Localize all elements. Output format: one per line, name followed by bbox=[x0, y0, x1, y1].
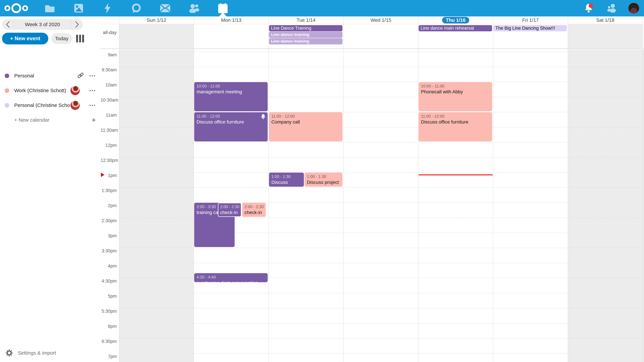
calendar-color-dot[interactable] bbox=[5, 73, 9, 78]
time-axis-label: 1:30pm bbox=[100, 188, 117, 193]
slot-line bbox=[119, 172, 643, 173]
slot-line bbox=[119, 187, 643, 188]
settings-import-button[interactable]: Settings & import bbox=[0, 348, 100, 358]
day-header-sat: Sat 1/18 bbox=[568, 16, 643, 24]
time-axis-label: 4pm bbox=[100, 264, 117, 269]
time-axis-label: 10am bbox=[100, 82, 117, 88]
event-block[interactable]: 11:00 - 12:00Discuss office furniture bbox=[418, 112, 492, 141]
files-icon[interactable] bbox=[40, 0, 59, 16]
time-axis-label: 7pm bbox=[100, 354, 117, 359]
slot-line bbox=[119, 248, 643, 248]
new-calendar-button[interactable]: + New calendar + bbox=[0, 113, 100, 127]
scrollbar-thumb[interactable] bbox=[643, 16, 644, 49]
app-icons bbox=[40, 0, 232, 16]
time-axis-label: 2:30pm bbox=[100, 218, 117, 223]
slot-line bbox=[119, 52, 643, 52]
event-time: 2:00 - 2:30 bbox=[220, 204, 239, 210]
event-time: 11:00 - 12:00 bbox=[421, 114, 490, 119]
gear-icon bbox=[5, 349, 13, 357]
day-header-fri: Fri 1/17 bbox=[493, 16, 568, 24]
event-block[interactable]: 2:00 - 2:30check-in bbox=[242, 203, 266, 217]
previous-week-button[interactable] bbox=[2, 19, 14, 30]
plus-icon: + bbox=[84, 116, 96, 124]
allday-event[interactable]: Line dance training bbox=[269, 38, 342, 44]
time-axis-label: 9:30am bbox=[100, 67, 117, 72]
event-title: Discuss office furniture bbox=[196, 119, 265, 125]
event-block[interactable]: 2:00 - 2:30check-in bbox=[218, 203, 242, 217]
calendar-color-dot[interactable] bbox=[5, 88, 9, 93]
time-axis-label: 9am bbox=[100, 52, 117, 57]
allday-event[interactable]: Line Dance Training bbox=[269, 25, 342, 31]
share-link-icon[interactable] bbox=[77, 72, 84, 80]
allday-event[interactable]: Line dance main rehearsal bbox=[418, 25, 492, 31]
time-grid[interactable]: 9am9:30am10am10:30am11am11:30am12pm12:30… bbox=[100, 49, 643, 362]
day-header-mon: Mon 1/13 bbox=[194, 16, 269, 24]
calendar-item-personal-christine[interactable]: Personal (Christine Scho… ••• bbox=[0, 98, 100, 113]
calendar-menu-button[interactable]: ••• bbox=[84, 103, 96, 108]
event-block[interactable]: 11:00 - 12:00Discuss office furniture bbox=[194, 112, 268, 141]
user-avatar[interactable] bbox=[628, 3, 639, 14]
event-block[interactable]: 1:00 - 1:30Discuss project announcement bbox=[304, 173, 342, 187]
day-header-thu: Thu 1/16 bbox=[418, 16, 493, 24]
time-axis-label: 12pm bbox=[100, 143, 117, 148]
event-block[interactable]: 10:00 - 11:00Phonecall with Abby bbox=[418, 82, 492, 111]
calendar-item-personal[interactable]: Personal ••• bbox=[0, 68, 100, 83]
time-axis-label: 6:30pm bbox=[100, 339, 117, 344]
event-title: Discuss project announcement bbox=[271, 179, 302, 187]
calendar-item-work-christine[interactable]: Work (Christine Schott) ••• bbox=[0, 83, 100, 98]
federation-contacts-icon[interactable] bbox=[605, 1, 618, 15]
day-header-row: Sun 1/12Mon 1/13Tue 1/14Wed 1/15Thu 1/16… bbox=[100, 16, 643, 24]
event-time: 11:00 - 12:00 bbox=[196, 114, 265, 119]
allday-event[interactable]: Line dance training bbox=[269, 32, 342, 38]
calendar-menu-button[interactable]: ••• bbox=[84, 73, 96, 78]
sidebar: Week 3 of 2020 + New event Today Persona… bbox=[0, 16, 100, 362]
today-header-pill: Thu 1/16 bbox=[442, 17, 469, 23]
view-mode-toggle-icon[interactable] bbox=[76, 35, 84, 42]
nextcloud-logo-icon[interactable] bbox=[2, 0, 30, 16]
contacts-icon[interactable] bbox=[185, 0, 203, 16]
time-axis-label: 12:30pm bbox=[100, 158, 117, 163]
calendar-icon[interactable] bbox=[214, 0, 232, 16]
calendar-week-view: Sun 1/12Mon 1/13Tue 1/14Wed 1/15Thu 1/16… bbox=[100, 16, 643, 362]
event-title: Company call bbox=[271, 119, 340, 125]
weekend-shading bbox=[119, 24, 194, 48]
calendar-menu-button[interactable]: ••• bbox=[84, 88, 96, 93]
active-app-indicator bbox=[219, 12, 226, 16]
slot-line bbox=[119, 263, 643, 263]
next-week-button[interactable] bbox=[71, 19, 83, 30]
week-navigator: Week 3 of 2020 bbox=[2, 19, 83, 30]
new-event-button[interactable]: + New event bbox=[2, 33, 48, 44]
time-axis-label: 3:30pm bbox=[100, 248, 117, 254]
notifications-bell-icon[interactable] bbox=[582, 1, 595, 15]
activity-icon[interactable] bbox=[98, 0, 117, 16]
today-button[interactable]: Today bbox=[51, 33, 72, 44]
mail-icon[interactable] bbox=[156, 0, 174, 16]
slot-line bbox=[119, 67, 643, 67]
column-separator bbox=[418, 16, 418, 362]
vertical-scrollbar[interactable] bbox=[643, 16, 644, 362]
event-title: Discuss office furniture bbox=[421, 119, 490, 125]
current-time-arrow-icon bbox=[101, 173, 104, 177]
event-title: Phonecall with Abby bbox=[421, 89, 490, 95]
allday-event[interactable]: The Big Line Dancing Show!!! bbox=[494, 25, 567, 31]
event-block[interactable]: 11:00 - 12:00Company call bbox=[269, 112, 342, 141]
calendar-list: Personal ••• Work (Christine Schott) •••… bbox=[0, 68, 100, 127]
event-block[interactable]: 1:00 - 1:30Discuss project announcement bbox=[269, 173, 304, 187]
weekend-shading bbox=[568, 49, 643, 362]
allday-section[interactable]: all-day Line Dance TrainingLine dance tr… bbox=[100, 24, 643, 49]
time-axis-label: 11:30am bbox=[100, 128, 117, 133]
talk-icon[interactable] bbox=[127, 0, 146, 16]
slot-line bbox=[119, 293, 643, 293]
topbar bbox=[0, 0, 644, 16]
time-axis-label: 10:30am bbox=[100, 97, 117, 103]
column-separator bbox=[493, 16, 493, 362]
event-title: check-in bbox=[244, 210, 264, 216]
event-block[interactable]: 10:00 - 11:00management meeting bbox=[194, 82, 268, 111]
day-header-wed: Wed 1/15 bbox=[344, 16, 418, 24]
event-title: purchasing dept conversation bbox=[196, 280, 265, 282]
calendar-color-dot[interactable] bbox=[5, 103, 9, 108]
photos-icon[interactable] bbox=[70, 0, 88, 16]
event-block[interactable]: 4:20 - 4:40purchasing dept conversation bbox=[194, 273, 268, 282]
week-label[interactable]: Week 3 of 2020 bbox=[14, 19, 71, 30]
weekend-shading bbox=[119, 49, 194, 362]
